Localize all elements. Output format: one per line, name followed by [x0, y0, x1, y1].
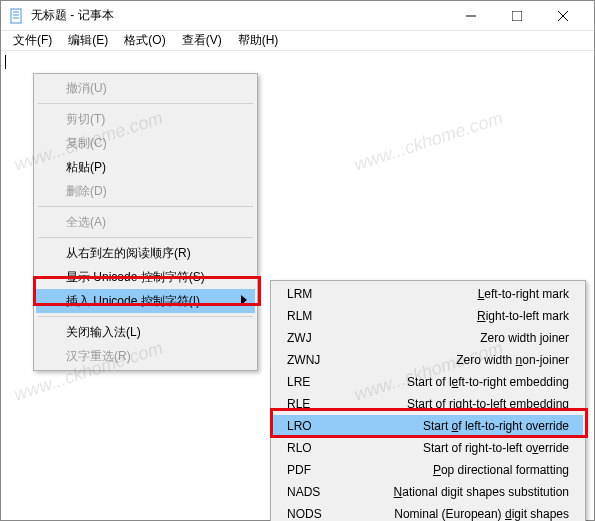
menu-edit[interactable]: 编辑(E)	[60, 30, 116, 51]
unicode-desc: Start of right-to-left override	[423, 441, 569, 455]
separator	[38, 316, 253, 317]
unicode-code: PDF	[287, 463, 337, 477]
ctx-delete[interactable]: 删除(D)	[36, 179, 255, 203]
unicode-desc: Start of left-to-right embedding	[407, 375, 569, 389]
app-icon	[9, 8, 25, 24]
unicode-desc: Pop directional formatting	[433, 463, 569, 477]
menubar: 文件(F) 编辑(E) 格式(O) 查看(V) 帮助(H)	[1, 31, 594, 51]
unicode-desc: National digit shapes substitution	[394, 485, 569, 499]
unicode-item-rle[interactable]: RLEStart of right-to-left embedding	[273, 393, 583, 415]
unicode-code: RLM	[287, 309, 337, 323]
chevron-right-icon	[241, 294, 247, 308]
unicode-item-nads[interactable]: NADSNational digit shapes substitution	[273, 481, 583, 503]
unicode-submenu: LRMLeft-to-right markRLMRight-to-left ma…	[270, 280, 586, 521]
close-button[interactable]	[540, 1, 586, 31]
minimize-button[interactable]	[448, 1, 494, 31]
unicode-desc: Zero width joiner	[480, 331, 569, 345]
unicode-item-lrm[interactable]: LRMLeft-to-right mark	[273, 283, 583, 305]
unicode-item-nods[interactable]: NODSNominal (European) digit shapes	[273, 503, 583, 521]
unicode-code: RLO	[287, 441, 337, 455]
unicode-desc: Right-to-left mark	[477, 309, 569, 323]
unicode-item-rlo[interactable]: RLOStart of right-to-left override	[273, 437, 583, 459]
unicode-code: LRO	[287, 419, 337, 433]
text-cursor	[5, 55, 6, 69]
ctx-rtl[interactable]: 从右到左的阅读顺序(R)	[36, 241, 255, 265]
notepad-window: 无标题 - 记事本 文件(F) 编辑(E) 格式(O) 查看(V) 帮助(H) …	[0, 0, 595, 521]
window-title: 无标题 - 记事本	[31, 7, 448, 24]
unicode-desc: Start of left-to-right override	[423, 419, 569, 433]
ctx-copy[interactable]: 复制(C)	[36, 131, 255, 155]
ctx-paste[interactable]: 粘贴(P)	[36, 155, 255, 179]
titlebar: 无标题 - 记事本	[1, 1, 594, 31]
ctx-insert-unicode-label: 插入 Unicode 控制字符(I)	[66, 293, 200, 310]
unicode-desc: Zero width non-joiner	[456, 353, 569, 367]
unicode-code: RLE	[287, 397, 337, 411]
menu-help[interactable]: 帮助(H)	[230, 30, 287, 51]
svg-rect-0	[11, 9, 21, 23]
ctx-insert-unicode[interactable]: 插入 Unicode 控制字符(I)	[36, 289, 255, 313]
maximize-button[interactable]	[494, 1, 540, 31]
unicode-code: NADS	[287, 485, 337, 499]
unicode-code: ZWNJ	[287, 353, 337, 367]
separator	[38, 103, 253, 104]
menu-file[interactable]: 文件(F)	[5, 30, 60, 51]
svg-rect-5	[512, 11, 522, 21]
unicode-desc: Start of right-to-left embedding	[407, 397, 569, 411]
menu-view[interactable]: 查看(V)	[174, 30, 230, 51]
unicode-item-pdf[interactable]: PDFPop directional formatting	[273, 459, 583, 481]
unicode-code: LRM	[287, 287, 337, 301]
unicode-item-zwnj[interactable]: ZWNJZero width non-joiner	[273, 349, 583, 371]
unicode-code: LRE	[287, 375, 337, 389]
ctx-selectall[interactable]: 全选(A)	[36, 210, 255, 234]
unicode-code: NODS	[287, 507, 337, 521]
separator	[38, 237, 253, 238]
ctx-cut[interactable]: 剪切(T)	[36, 107, 255, 131]
unicode-item-lro[interactable]: LROStart of left-to-right override	[273, 415, 583, 437]
unicode-item-zwj[interactable]: ZWJZero width joiner	[273, 327, 583, 349]
menu-format[interactable]: 格式(O)	[116, 30, 173, 51]
unicode-code: ZWJ	[287, 331, 337, 345]
unicode-item-rlm[interactable]: RLMRight-to-left mark	[273, 305, 583, 327]
context-menu: 撤消(U) 剪切(T) 复制(C) 粘贴(P) 删除(D) 全选(A) 从右到左…	[33, 73, 258, 371]
ctx-undo[interactable]: 撤消(U)	[36, 76, 255, 100]
unicode-desc: Nominal (European) digit shapes	[394, 507, 569, 521]
unicode-item-lre[interactable]: LREStart of left-to-right embedding	[273, 371, 583, 393]
ctx-show-unicode[interactable]: 显示 Unicode 控制字符(S)	[36, 265, 255, 289]
unicode-desc: Left-to-right mark	[478, 287, 569, 301]
ctx-reconvert[interactable]: 汉字重选(R)	[36, 344, 255, 368]
ctx-close-ime[interactable]: 关闭输入法(L)	[36, 320, 255, 344]
separator	[38, 206, 253, 207]
